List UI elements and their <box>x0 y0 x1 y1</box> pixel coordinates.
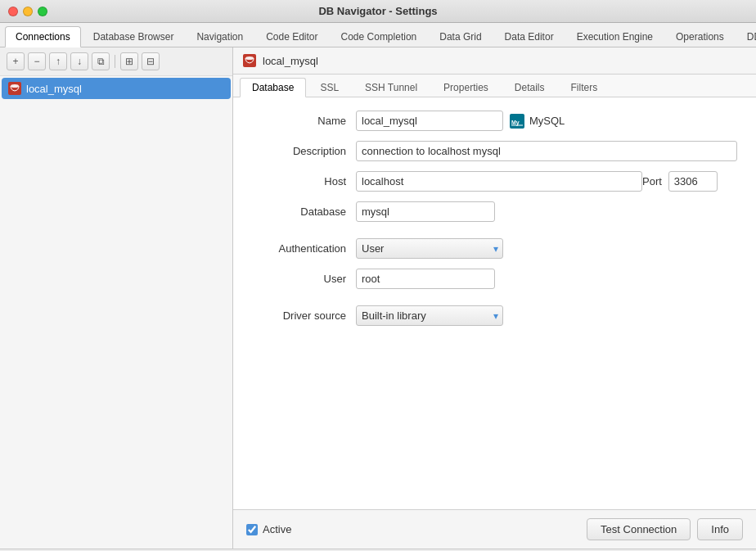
db-type-badge: My MySQL <box>510 114 565 129</box>
titlebar: DB Navigator - Settings <box>0 0 756 23</box>
info-button[interactable]: Info <box>697 518 743 540</box>
inner-tab-details[interactable]: Details <box>502 78 557 97</box>
form-area: Name My MySQL Description Host <box>233 97 756 509</box>
close-button[interactable] <box>8 7 18 16</box>
bottom-bar: Active Test Connection Info <box>233 509 756 549</box>
top-tab-bar: Connections Database Browser Navigation … <box>0 23 756 47</box>
database-input[interactable] <box>356 201 495 222</box>
tab-operations[interactable]: Operations <box>665 26 735 47</box>
driver-source-select-wrapper: Built-in library External library <box>356 305 503 326</box>
description-label: Description <box>250 145 356 157</box>
inner-tab-ssh-tunnel[interactable]: SSH Tunnel <box>353 78 430 97</box>
inner-tab-properties[interactable]: Properties <box>431 78 501 97</box>
tab-execution-engine[interactable]: Execution Engine <box>566 26 664 47</box>
authentication-label: Authentication <box>250 242 356 255</box>
driver-source-label: Driver source <box>250 309 356 322</box>
inner-tabs: Database SSL SSH Tunnel Properties Detai… <box>233 75 756 97</box>
test-connection-button[interactable]: Test Connection <box>587 518 691 540</box>
connection-header: local_mysql <box>233 47 756 75</box>
name-input[interactable] <box>356 111 503 131</box>
copy-button[interactable]: ⧉ <box>92 52 110 70</box>
description-row: Description <box>250 141 740 161</box>
tab-database-browser[interactable]: Database Browser <box>83 26 185 47</box>
description-input[interactable] <box>356 141 737 161</box>
tab-code-completion[interactable]: Code Completion <box>331 26 428 47</box>
host-input[interactable] <box>356 171 642 192</box>
connection-item-label: local_mysql <box>26 83 82 95</box>
traffic-lights <box>8 7 47 16</box>
inner-tab-ssl[interactable]: SSL <box>308 78 351 97</box>
user-label: User <box>250 273 356 285</box>
tab-ddl-files[interactable]: DDL Files <box>736 26 756 47</box>
host-row: Host Port <box>250 171 740 192</box>
main-content: + − ↑ ↓ ⧉ ⊞ ⊟ local_mysql <box>0 47 756 549</box>
maximize-button[interactable] <box>38 7 47 16</box>
active-label: Active <box>263 523 291 535</box>
import-button[interactable]: ⊞ <box>120 52 138 70</box>
connection-item-local-mysql[interactable]: local_mysql <box>2 78 231 99</box>
svg-point-0 <box>11 84 19 88</box>
tab-connections[interactable]: Connections <box>5 26 81 47</box>
database-row: Database <box>250 201 740 222</box>
name-label: Name <box>250 115 356 127</box>
port-label: Port <box>642 175 662 187</box>
authentication-select-wrapper: User OS None <box>356 238 503 259</box>
authentication-select[interactable]: User OS None <box>356 238 503 259</box>
connection-header-icon <box>243 54 256 67</box>
right-panel: local_mysql Database SSL SSH Tunnel Prop… <box>233 47 756 549</box>
tab-navigation[interactable]: Navigation <box>186 26 254 47</box>
export-button[interactable]: ⊟ <box>142 52 160 70</box>
name-row: Name My MySQL <box>250 111 740 131</box>
user-input[interactable] <box>356 269 495 289</box>
inner-tab-database[interactable]: Database <box>240 78 306 97</box>
active-checkbox-label[interactable]: Active <box>246 523 291 535</box>
toolbar-separator <box>115 55 115 68</box>
bottom-right-buttons: Test Connection Info <box>587 518 743 540</box>
tab-code-editor[interactable]: Code Editor <box>255 26 328 47</box>
connection-header-title: local_mysql <box>263 55 318 67</box>
svg-point-1 <box>245 56 254 60</box>
mysql-icon: My <box>510 114 524 129</box>
remove-connection-button[interactable]: − <box>28 52 46 70</box>
user-row: User <box>250 269 740 289</box>
move-up-button[interactable]: ↑ <box>49 52 67 70</box>
add-connection-button[interactable]: + <box>7 52 25 70</box>
port-input[interactable] <box>668 171 718 192</box>
connection-list: local_mysql <box>0 76 232 549</box>
authentication-row: Authentication User OS None <box>250 238 740 259</box>
sidebar: + − ↑ ↓ ⧉ ⊞ ⊟ local_mysql <box>0 47 233 549</box>
driver-source-row: Driver source Built-in library External … <box>250 305 740 326</box>
database-label: Database <box>250 205 356 218</box>
move-down-button[interactable]: ↓ <box>70 52 88 70</box>
window-title: DB Navigator - Settings <box>318 5 437 17</box>
active-checkbox[interactable] <box>246 524 258 535</box>
connection-db-icon <box>8 82 21 95</box>
tab-data-editor[interactable]: Data Editor <box>494 26 565 47</box>
tab-data-grid[interactable]: Data Grid <box>429 26 492 47</box>
inner-tab-filters[interactable]: Filters <box>559 78 610 97</box>
sidebar-toolbar: + − ↑ ↓ ⧉ ⊞ ⊟ <box>0 47 232 76</box>
driver-source-select[interactable]: Built-in library External library <box>356 305 503 326</box>
db-type-label: MySQL <box>529 115 565 127</box>
minimize-button[interactable] <box>23 7 33 16</box>
host-label: Host <box>250 175 356 187</box>
port-group: Port <box>642 171 718 192</box>
